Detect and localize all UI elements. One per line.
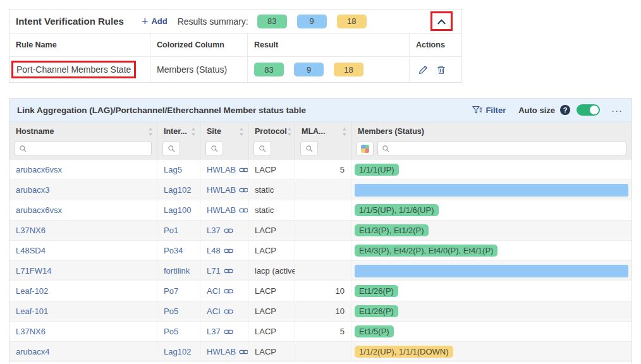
members-badge: 1/1/5(UP), 1/1/6(UP): [355, 204, 439, 216]
hostname-link[interactable]: arubacx6vsx: [16, 205, 62, 215]
hostname-link[interactable]: arubacx3: [16, 185, 49, 195]
search-icon: [259, 145, 266, 152]
actions-cell: [410, 57, 461, 82]
hostname-search-input[interactable]: [15, 141, 152, 156]
members-cell: 1/1/5(UP), 1/1/6(UP): [351, 200, 632, 220]
search-icon: [382, 145, 389, 152]
interface-cell: fortilink: [157, 261, 200, 281]
site-cell: ACI: [200, 281, 248, 301]
sort-icon[interactable]: [148, 128, 153, 136]
result-badge-blue[interactable]: 9: [294, 63, 324, 76]
hostname-link[interactable]: Leaf-101: [16, 306, 48, 316]
interface-cell: Po7: [157, 281, 200, 301]
interface-link[interactable]: Po34: [164, 246, 183, 255]
site-link[interactable]: HWLAB: [207, 205, 248, 215]
link-icon: [224, 248, 233, 254]
add-rule-button[interactable]: + Add: [142, 16, 168, 27]
filter-button[interactable]: Filter: [472, 106, 506, 115]
summary-badge-green[interactable]: 83: [257, 15, 287, 28]
site-search-button[interactable]: [205, 141, 223, 156]
protocol-cell: static: [248, 200, 295, 220]
hostname-link[interactable]: L37NX6: [16, 226, 46, 235]
search-icon: [211, 145, 218, 152]
hostname-link[interactable]: arubacx6vsx: [16, 165, 62, 174]
interface-link[interactable]: Po7: [164, 286, 178, 296]
help-icon[interactable]: ?: [560, 105, 570, 115]
mlag-cell: [295, 180, 351, 200]
hostname-cell: arubacx6vsx: [9, 200, 157, 220]
protocol-search-button[interactable]: [253, 141, 271, 156]
sort-icon[interactable]: [239, 128, 244, 136]
lag-titlebar: Link Aggregation (LAG)/Portchannel/Ether…: [9, 99, 632, 122]
site-cell: HWLAB: [200, 160, 248, 179]
members-cell: Et4/3(P), Et4/2(P), Et4/0(P), Et4/1(P): [351, 241, 632, 260]
colorized-column-cell: Members (Status): [150, 57, 248, 82]
site-link[interactable]: L48: [207, 246, 233, 255]
site-link[interactable]: HWLAB: [207, 347, 248, 356]
result-badge-green[interactable]: 83: [254, 63, 284, 76]
interface-link[interactable]: Lag100: [164, 205, 191, 215]
autosize-toggle[interactable]: [577, 104, 600, 116]
hostname-cell: arubacx3: [9, 180, 157, 200]
more-options-button[interactable]: ···: [611, 106, 623, 115]
sort-icon[interactable]: [287, 128, 292, 136]
table-row: arubacx3Lag102HWLABstatic: [9, 180, 632, 200]
colorize-button[interactable]: [357, 141, 374, 156]
protocol-cell: LACP: [248, 342, 295, 361]
summary-badge-yellow[interactable]: 18: [337, 15, 367, 28]
site-link[interactable]: HWLAB: [207, 165, 248, 174]
site-link[interactable]: ACI: [207, 286, 233, 296]
mlag-search-button[interactable]: [300, 141, 318, 156]
rule-name-cell: Port-Channel Members State: [9, 57, 150, 82]
summary-badge-blue[interactable]: 9: [297, 15, 327, 28]
delete-trash-icon[interactable]: [437, 65, 446, 75]
hostname-link[interactable]: Leaf-102: [16, 286, 48, 296]
interface-search-button[interactable]: [162, 141, 180, 156]
mlag-cell: 10: [295, 281, 351, 301]
members-search-input[interactable]: [377, 141, 626, 156]
site-link[interactable]: ACI: [207, 306, 233, 316]
autosize-label: Auto size: [518, 106, 555, 115]
table-row: L37NX6Po5L37LACP5Et1/5(P): [9, 322, 632, 342]
result-badge-yellow[interactable]: 18: [334, 63, 363, 76]
hostname-link[interactable]: L37NX6: [16, 327, 46, 336]
protocol-cell: lacp (active): [248, 261, 295, 281]
link-icon: [224, 329, 233, 335]
link-icon: [239, 349, 248, 355]
hostname-cell: L71FW14: [9, 261, 157, 281]
chevron-up-icon: [437, 18, 446, 25]
edit-pencil-icon[interactable]: [418, 65, 428, 75]
hostname-cell: arubacx6vsx: [9, 160, 157, 179]
link-icon: [224, 268, 233, 274]
interface-link[interactable]: fortilink: [164, 266, 190, 276]
interface-link[interactable]: Lag5: [164, 165, 182, 174]
rules-col-result: Result: [248, 33, 410, 57]
site-link[interactable]: L37: [207, 226, 233, 235]
hostname-link[interactable]: arubacx4: [16, 347, 49, 356]
rules-table-row: Port-Channel Members State Members (Stat…: [9, 57, 461, 82]
interface-link[interactable]: Po1: [164, 226, 178, 235]
protocol-search-cell: [248, 140, 295, 160]
hostname-cell: arubacx4: [9, 342, 157, 361]
lag-table-body: arubacx6vsxLag5HWLABLACP51/1/1(UP)arubac…: [9, 160, 632, 362]
interface-cell: Po5: [157, 301, 200, 321]
hostname-cell: Leaf-102: [9, 281, 157, 301]
table-row: arubacx6vsxLag100HWLABstatic1/1/5(UP), 1…: [9, 200, 632, 221]
sort-icon[interactable]: [191, 128, 196, 136]
interface-link[interactable]: Po5: [164, 327, 178, 336]
link-icon: [239, 207, 248, 214]
interface-link[interactable]: Lag102: [164, 185, 191, 195]
link-icon: [239, 167, 248, 173]
sort-icon[interactable]: [342, 128, 347, 136]
collapse-button[interactable]: [437, 18, 446, 25]
col-header-members: Members (Status): [351, 122, 632, 140]
interface-link[interactable]: Lag102: [164, 347, 191, 356]
col-header-site: Site: [200, 122, 248, 140]
link-icon: [224, 308, 233, 315]
site-link[interactable]: L37: [207, 327, 233, 336]
site-link[interactable]: L71: [207, 266, 233, 276]
hostname-link[interactable]: L48SD4: [16, 246, 46, 255]
hostname-link[interactable]: L71FW14: [16, 266, 51, 276]
interface-link[interactable]: Po5: [164, 306, 178, 316]
site-link[interactable]: HWLAB: [207, 185, 248, 195]
